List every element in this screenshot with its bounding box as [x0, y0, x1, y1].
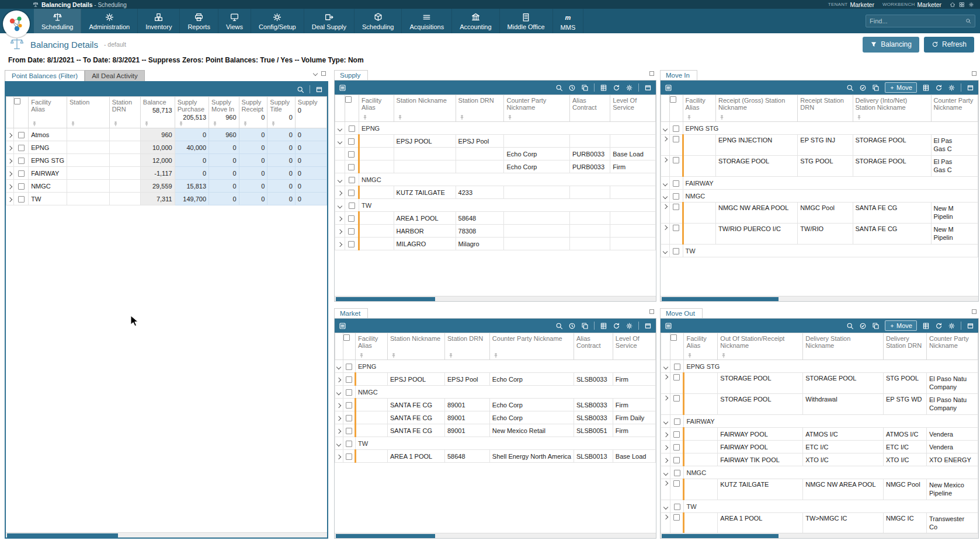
table-row[interactable]: FAIRWAY POOL ETC I/C ETC I/C Vendera: [661, 441, 978, 453]
table-row[interactable]: EPNG STG 12,000 0 0 0 0 0: [6, 154, 327, 167]
column-header-supply-move-in[interactable]: Supply Move In960: [209, 97, 239, 128]
collapse-chevron-icon[interactable]: [338, 139, 342, 144]
horizontal-scrollbar[interactable]: [661, 533, 978, 538]
table-row[interactable]: FAIRWAY -1,117 0 0 0 0 0: [6, 167, 327, 180]
expand-chevron-icon[interactable]: [663, 375, 668, 379]
row-checkbox[interactable]: [348, 190, 355, 196]
move-out-panel-title[interactable]: Move Out: [660, 308, 703, 318]
search-icon[interactable]: [297, 86, 304, 93]
expand-chevron-icon[interactable]: [338, 216, 342, 221]
column-header-supply-purchase[interactable]: Supply Purchase205,513: [175, 97, 208, 128]
select-all-checkbox[interactable]: [14, 98, 20, 104]
collapse-chevron-icon[interactable]: [663, 181, 668, 186]
column-header-delivery-station[interactable]: Delivery Station Nickname: [803, 333, 884, 360]
settings-icon[interactable]: [968, 2, 974, 8]
pin-icon[interactable]: [271, 121, 276, 127]
group-row[interactable]: TW: [335, 437, 656, 450]
column-header-facility[interactable]: Facility Alias: [359, 95, 394, 122]
row-checkbox[interactable]: [673, 204, 679, 210]
grid-menu-icon[interactable]: [339, 84, 346, 92]
pin-icon[interactable]: [32, 121, 37, 127]
row-checkbox[interactable]: [346, 415, 352, 421]
row-checkbox[interactable]: [349, 203, 355, 209]
pin-icon[interactable]: [460, 115, 464, 120]
column-header-station-drn[interactable]: Station DRN: [456, 95, 504, 122]
expand-chevron-icon[interactable]: [336, 403, 341, 407]
collapse-chevron-icon[interactable]: [338, 203, 342, 208]
row-checkbox[interactable]: [346, 376, 352, 383]
row-checkbox[interactable]: [673, 157, 679, 163]
nav-item-middle-office[interactable]: Middle Office: [500, 9, 553, 33]
table-row[interactable]: SANTA FE CG 89001 Echo Corp SLSB0033 Fir…: [335, 411, 656, 424]
copy-icon[interactable]: [581, 322, 589, 330]
group-row[interactable]: EPNG: [335, 360, 656, 373]
horizontal-scrollbar[interactable]: [335, 296, 656, 301]
collapse-chevron-icon[interactable]: [336, 441, 341, 446]
row-checkbox[interactable]: [674, 418, 680, 425]
row-checkbox[interactable]: [348, 228, 355, 235]
popout-icon[interactable]: [649, 309, 654, 314]
column-header-facility[interactable]: Facility Alias: [684, 333, 718, 360]
group-row[interactable]: NMGC: [661, 190, 978, 203]
excel-export-icon[interactable]: [922, 84, 930, 92]
table-row[interactable]: KUTZ TAILGATE NMGC NW AREA POOL NMGC Poo…: [661, 479, 978, 500]
table-row[interactable]: FAIRWAY TIK POOL XTO I/C XTO I/C XTO ENE…: [661, 453, 978, 466]
group-row[interactable]: NMGC: [335, 386, 656, 399]
market-panel-title[interactable]: Market: [334, 308, 368, 318]
expand-chevron-icon[interactable]: [8, 132, 12, 137]
check-circle-icon[interactable]: [859, 84, 867, 92]
expand-chevron-icon[interactable]: [663, 204, 668, 209]
column-header-station-nickname[interactable]: Station Nickname: [394, 95, 456, 122]
app-logo[interactable]: [3, 11, 30, 37]
horizontal-scrollbar[interactable]: [6, 532, 327, 537]
table-row[interactable]: FAIRWAY POOL ATMOS I/C ATMOS I/C Vendera: [661, 428, 978, 441]
row-checkbox[interactable]: [346, 441, 352, 447]
nav-item-scheduling-2[interactable]: Scheduling: [355, 9, 402, 33]
table-row[interactable]: Echo Corp PURB0033 Base Load: [335, 148, 656, 160]
grid-menu-icon[interactable]: [665, 322, 672, 330]
row-checkbox[interactable]: [346, 453, 352, 460]
expand-chevron-icon[interactable]: [663, 432, 668, 437]
row-checkbox[interactable]: [348, 215, 355, 222]
row-checkbox[interactable]: [18, 132, 25, 138]
expand-chevron-icon[interactable]: [8, 171, 12, 176]
group-row[interactable]: NMGC: [335, 173, 656, 186]
collapse-chevron-icon[interactable]: [663, 504, 668, 509]
column-header-supply-receipt[interactable]: Supply Receipt0: [239, 97, 267, 128]
horizontal-scrollbar[interactable]: [335, 533, 656, 538]
supply-panel-title[interactable]: Supply: [334, 70, 368, 80]
row-checkbox[interactable]: [346, 389, 352, 396]
group-row[interactable]: EPNG STG: [661, 122, 978, 135]
refresh-icon[interactable]: [613, 84, 620, 92]
pin-icon[interactable]: [720, 115, 724, 120]
table-row[interactable]: STORAGE POOL STORAGE POOL STG POOL El Pa…: [661, 373, 978, 394]
expand-chevron-icon[interactable]: [663, 458, 668, 462]
table-row[interactable]: KUTZ TAILGATE 4233: [335, 186, 656, 199]
refresh-icon[interactable]: [935, 84, 943, 92]
pin-icon[interactable]: [508, 115, 512, 120]
column-header-delivery-station[interactable]: Delivery (Into/Net) Station Nickname: [853, 95, 931, 122]
nav-item-deal-supply[interactable]: Deal Supply: [304, 9, 355, 33]
table-row[interactable]: EPSJ POOL EPSJ Pool: [335, 135, 656, 148]
nav-item-inventory[interactable]: Inventory: [138, 9, 180, 33]
grid-menu-icon[interactable]: [665, 84, 672, 92]
row-checkbox[interactable]: [346, 364, 352, 370]
group-row[interactable]: TW: [661, 500, 978, 513]
column-header-station-nickname[interactable]: Station Nickname: [388, 333, 445, 360]
row-checkbox[interactable]: [673, 514, 680, 521]
pin-icon[interactable]: [144, 121, 149, 127]
collapse-chevron-icon[interactable]: [663, 419, 668, 424]
collapse-chevron-icon[interactable]: [663, 249, 668, 253]
refresh-button[interactable]: Refresh: [924, 37, 974, 53]
row-checkbox[interactable]: [673, 125, 679, 132]
popout-icon[interactable]: [972, 309, 976, 314]
pin-icon[interactable]: [243, 121, 248, 127]
row-checkbox[interactable]: [673, 193, 679, 200]
row-checkbox[interactable]: [18, 196, 25, 203]
expand-chevron-icon[interactable]: [663, 515, 668, 519]
group-row[interactable]: FAIRWAY: [661, 415, 978, 428]
nav-item-views[interactable]: Views: [218, 9, 251, 33]
expand-chevron-icon[interactable]: [8, 197, 12, 201]
clock-icon[interactable]: [568, 322, 576, 330]
nav-item-accounting[interactable]: Accounting: [452, 9, 499, 33]
